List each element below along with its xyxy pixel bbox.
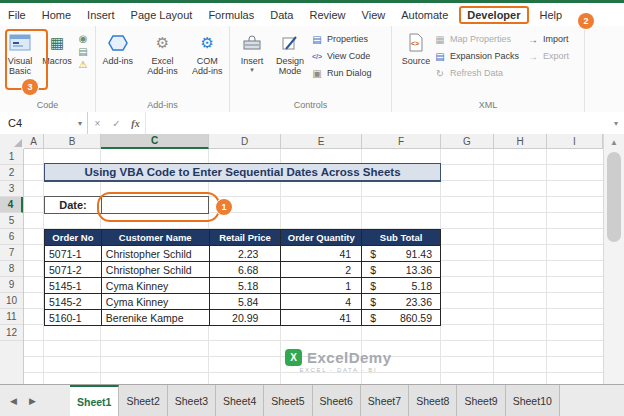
run-dialog-button[interactable]: ▣ Run Dialog	[311, 65, 372, 81]
cell-subtotal[interactable]: $860.59	[362, 310, 441, 326]
cell-customer[interactable]: Cyma Kinney	[102, 278, 210, 294]
com-addins-button[interactable]: ⚙ COM Add-ins	[187, 26, 227, 76]
formula-input[interactable]	[145, 112, 608, 134]
ribbon-tab-developer[interactable]: Developer	[459, 6, 528, 24]
row-header-9[interactable]: 9	[0, 277, 23, 293]
cell-qty[interactable]: 2	[281, 262, 362, 278]
macro-security-icon[interactable]: ⚠	[76, 59, 90, 70]
insert-dropdown-icon[interactable]: ▾	[250, 66, 254, 73]
ribbon-tab-automate[interactable]: Automate	[393, 9, 456, 21]
row-header-12[interactable]: 12	[0, 325, 23, 341]
sheet-tab-sheet6[interactable]: Sheet6	[313, 385, 361, 416]
row-header-5[interactable]: 5	[0, 213, 23, 229]
ribbon-tab-data[interactable]: Data	[262, 9, 301, 21]
insert-function-icon[interactable]: fx	[126, 112, 145, 134]
insert-control-button[interactable]: Insert ▾	[235, 26, 269, 73]
cell-customer[interactable]: Christopher Schild	[102, 246, 210, 262]
cell-subtotal[interactable]: $13.36	[362, 262, 441, 278]
cell-subtotal[interactable]: $23.36	[362, 294, 441, 310]
header-retail-price[interactable]: Retail Price	[210, 230, 282, 246]
column-header-i[interactable]: I	[547, 134, 603, 149]
header-customer-name[interactable]: Customer Name	[102, 230, 210, 246]
row-header-2[interactable]: 2	[0, 165, 23, 181]
sheet-tab-sheet10[interactable]: Sheet10	[506, 385, 560, 416]
column-header-h[interactable]: H	[494, 134, 547, 149]
design-mode-button[interactable]: Design Mode	[269, 26, 311, 76]
sheet-tab-sheet4[interactable]: Sheet4	[216, 385, 264, 416]
column-header-f[interactable]: F	[362, 134, 441, 149]
cell-qty[interactable]: 41	[281, 310, 362, 326]
cell-subtotal[interactable]: $91.43	[362, 246, 441, 262]
addins-button[interactable]: Add-ins	[98, 26, 138, 66]
row-header-4[interactable]: 4	[0, 197, 23, 213]
record-macro-icon[interactable]: ◉	[76, 33, 90, 44]
ribbon-tab-page-layout[interactable]: Page Layout	[123, 9, 201, 21]
header-sub-total[interactable]: Sub Total	[362, 230, 441, 246]
cell-qty[interactable]: 41	[281, 246, 362, 262]
row-header-6[interactable]: 6	[0, 229, 23, 245]
row-header-10[interactable]: 10	[0, 293, 23, 309]
source-button[interactable]: <> Source	[398, 26, 434, 66]
ribbon-tab-review[interactable]: Review	[301, 9, 353, 21]
column-header-b[interactable]: B	[44, 134, 101, 149]
header-order-quantity[interactable]: Order Quantity	[281, 230, 362, 246]
properties-button[interactable]: ▤ Properties	[311, 31, 372, 47]
excel-addins-button[interactable]: ⚙ Excel Add-ins	[141, 26, 183, 76]
ribbon-tab-file[interactable]: File	[0, 9, 34, 21]
row-header-8[interactable]: 8	[0, 261, 23, 277]
cell-order-no[interactable]: 5160-1	[45, 310, 102, 326]
row-header-11[interactable]: 11	[0, 309, 23, 325]
cell-order-no[interactable]: 5071-2	[45, 262, 102, 278]
sheet-tab-sheet5[interactable]: Sheet5	[264, 385, 312, 416]
column-header-e[interactable]: E	[281, 134, 362, 149]
scroll-up-icon[interactable]: ▲	[604, 134, 624, 150]
formula-bar-expand-icon[interactable]: ▾	[608, 112, 624, 134]
ribbon-tab-help[interactable]: Help	[532, 9, 571, 21]
cell-qty[interactable]: 4	[281, 294, 362, 310]
ribbon-tab-view[interactable]: View	[354, 9, 394, 21]
cell-price[interactable]: 2.23	[210, 246, 282, 262]
sheet-tab-sheet2[interactable]: Sheet2	[119, 385, 167, 416]
column-header-c[interactable]: C	[101, 134, 209, 149]
row-header-3[interactable]: 3	[0, 181, 23, 197]
row-header-1[interactable]: 1	[0, 149, 23, 165]
cell-customer[interactable]: Cyma Kinney	[102, 294, 210, 310]
sheet-tab-sheet1[interactable]: Sheet1	[70, 385, 119, 416]
cell-price[interactable]: 6.68	[210, 262, 282, 278]
name-box-dropdown-icon[interactable]: ▾	[78, 119, 87, 128]
cell-order-no[interactable]: 5145-2	[45, 294, 102, 310]
sheet-nav-right-icon[interactable]: ▶	[29, 396, 36, 406]
row-header-7[interactable]: 7	[0, 245, 23, 261]
ribbon-tab-home[interactable]: Home	[34, 9, 79, 21]
sheet-tab-sheet7[interactable]: Sheet7	[361, 385, 409, 416]
view-code-button[interactable]: </> View Code	[311, 48, 372, 64]
ribbon-tab-insert[interactable]: Insert	[79, 9, 123, 21]
import-button[interactable]: → Import	[527, 31, 569, 47]
enter-icon[interactable]: ✓	[107, 112, 126, 134]
select-all-corner[interactable]	[0, 134, 24, 149]
cell-subtotal[interactable]: $5.18	[362, 278, 441, 294]
cell-price[interactable]: 5.84	[210, 294, 282, 310]
ribbon-tab-formulas[interactable]: Formulas	[200, 9, 262, 21]
sheet-tab-sheet3[interactable]: Sheet3	[168, 385, 216, 416]
cell-order-no[interactable]: 5071-1	[45, 246, 102, 262]
cell-qty[interactable]: 1	[281, 278, 362, 294]
relative-references-icon[interactable]: ▤	[76, 46, 90, 57]
header-order-no[interactable]: Order No	[45, 230, 102, 246]
cell-customer[interactable]: Christopher Schild	[102, 262, 210, 278]
column-header-a[interactable]: A	[24, 134, 44, 149]
cell-price[interactable]: 20.99	[210, 310, 282, 326]
vertical-scrollbar[interactable]: ▲	[603, 134, 624, 384]
expansion-packs-button[interactable]: ▤ Expansion Packs	[434, 48, 519, 64]
map-properties-button[interactable]: ▦ Map Properties	[434, 31, 519, 47]
cell-order-no[interactable]: 5145-1	[45, 278, 102, 294]
cell-customer[interactable]: Berenike Kampe	[102, 310, 210, 326]
column-header-g[interactable]: G	[441, 134, 494, 149]
sheet-tab-sheet8[interactable]: Sheet8	[409, 385, 457, 416]
date-label-cell[interactable]: Date:	[44, 196, 102, 214]
name-box[interactable]: C4 ▾	[0, 112, 88, 134]
sheet-nav-left-icon[interactable]: ◀	[10, 396, 17, 406]
refresh-data-button[interactable]: ↻ Refresh Data	[434, 65, 519, 81]
scrollbar-thumb[interactable]	[607, 152, 621, 242]
cell-price[interactable]: 5.18	[210, 278, 282, 294]
